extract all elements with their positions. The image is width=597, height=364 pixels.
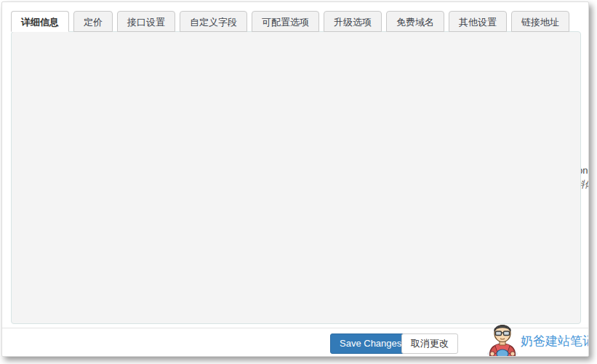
tab-upgrades[interactable]: 升级选项: [324, 11, 382, 32]
details-panel: [11, 31, 581, 324]
watermark: 奶爸建站笔记: [486, 323, 589, 357]
tab-other-settings[interactable]: 其他设置: [449, 11, 507, 32]
tab-module-settings[interactable]: 接口设置: [117, 11, 175, 32]
tab-pricing[interactable]: 定价: [73, 11, 113, 32]
watermark-text: 奶爸建站笔记: [521, 333, 589, 349]
tab-configurable-options[interactable]: 可配置选项: [252, 11, 319, 32]
cancel-changes-button[interactable]: 取消更改: [401, 333, 458, 354]
tab-details[interactable]: 详细信息: [11, 11, 69, 32]
tab-links[interactable]: 链接地址: [511, 11, 569, 32]
save-changes-button[interactable]: Save Changes: [330, 333, 411, 354]
tab-free-domain[interactable]: 免费域名: [386, 11, 444, 32]
tab-bar: 详细信息 定价 接口设置 自定义字段 可配置选项 升级选项 免费域名 其他设置 …: [11, 11, 569, 32]
tab-custom-fields[interactable]: 自定义字段: [180, 11, 247, 32]
product-settings-window: 详细信息 定价 接口设置 自定义字段 可配置选项 升级选项 免费域名 其他设置 …: [1, 1, 589, 357]
avatar-icon: [486, 323, 519, 357]
